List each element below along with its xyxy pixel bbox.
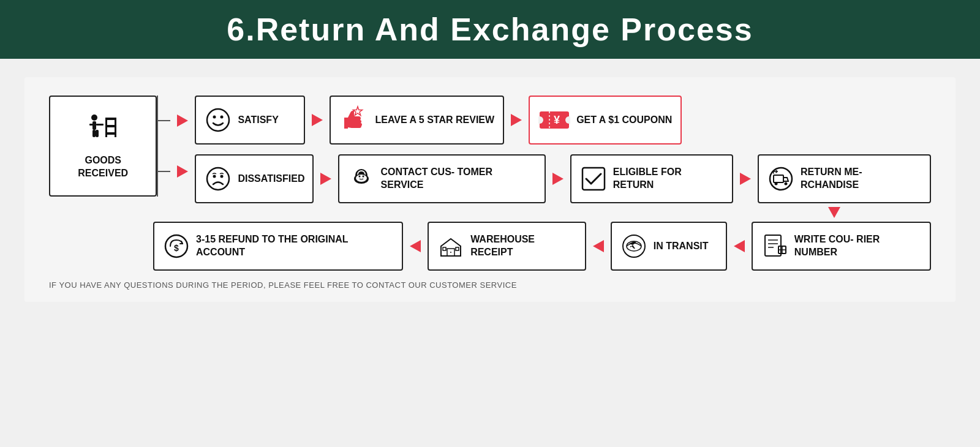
svg-point-21 — [221, 175, 224, 178]
step-eligible: ELIGIBLE FOR RETURN — [570, 154, 733, 203]
step-dissatisfied: DISSATISFIED — [195, 154, 313, 203]
footer-note: IF YOU HAVE ANY QUESTIONS DURING THE PER… — [49, 280, 931, 290]
svg-rect-7 — [92, 130, 96, 137]
refund-icon: $ — [163, 233, 190, 260]
svg-point-33 — [785, 182, 788, 186]
get-coupon-label: GET A $1 COUPONN — [576, 114, 672, 127]
step-courier: WRITE COU- RIER NUMBER — [752, 222, 931, 271]
svg-point-13 — [221, 116, 224, 119]
step-goods-received: GOODS RECEIVED — [49, 96, 157, 197]
svg-rect-6 — [92, 121, 96, 130]
delivery-truck-icon — [767, 165, 794, 192]
svg-point-32 — [775, 182, 778, 186]
checkmark-icon — [580, 165, 607, 192]
goods-received-label: GOODS RECEIVED — [59, 154, 147, 180]
arrow-down-from-return — [828, 203, 840, 222]
svg-point-19 — [207, 168, 229, 190]
customer-service-icon — [348, 165, 375, 192]
svg-point-27 — [358, 176, 360, 178]
svg-rect-38 — [456, 247, 459, 250]
header: 6.Return And Exchange Process — [0, 0, 980, 59]
in-transit-icon — [620, 233, 647, 260]
warehouse-icon — [437, 233, 464, 260]
warehouse-label: WAREHOUSE RECEIPT — [470, 233, 576, 259]
step-get-coupon: ¥ GET A $1 COUPONN — [529, 96, 682, 145]
satisfy-icon — [205, 107, 232, 133]
svg-point-11 — [207, 109, 229, 131]
leave-review-label: LEAVE A 5 STAR REVIEW — [375, 114, 494, 127]
svg-point-26 — [356, 175, 367, 182]
step-satisfy: SATISFY — [195, 96, 305, 145]
step-in-transit: IN TRANSIT — [611, 222, 727, 271]
refund-label: 3-15 REFUND TO THE ORIGINAL ACCOUNT — [196, 233, 393, 259]
arrow-to-satisfy — [170, 115, 195, 127]
svg-point-12 — [213, 116, 216, 119]
svg-point-28 — [362, 176, 364, 178]
thumbs-up-star-icon — [339, 105, 369, 135]
arrow-transit-warehouse — [586, 240, 611, 252]
svg-rect-10 — [96, 124, 104, 126]
step-contact-service: CONTACT CUS- TOMER SERVICE — [338, 154, 546, 203]
coupon-icon: ¥ — [538, 107, 570, 133]
step-return-merchandise: RETURN ME- RCHANDISE — [758, 154, 931, 203]
arrow-contact-eligible — [546, 173, 570, 185]
step-refund: $ 3-15 REFUND TO THE ORIGINAL ACCOUNT — [153, 222, 403, 271]
svg-rect-37 — [443, 247, 446, 250]
svg-point-5 — [91, 115, 97, 121]
svg-rect-31 — [774, 175, 783, 182]
arrow-courier-transit — [727, 240, 752, 252]
svg-rect-4 — [115, 118, 116, 137]
goods-received-icon — [87, 113, 119, 145]
step-leave-review: LEAVE A 5 STAR REVIEW — [330, 96, 504, 145]
svg-point-39 — [450, 252, 451, 253]
svg-rect-9 — [89, 124, 93, 126]
arrow-review-coupon — [504, 114, 529, 126]
page-title: 6.Return And Exchange Process — [0, 11, 980, 48]
main-container: GOODS RECEIVED — [24, 77, 956, 302]
contact-service-label: CONTACT CUS- TOMER SERVICE — [381, 166, 536, 192]
step-warehouse: WAREHOUSE RECEIPT — [428, 222, 586, 271]
arrow-satisfy-review — [305, 114, 330, 126]
arrow-warehouse-refund — [403, 240, 428, 252]
courier-icon — [761, 233, 788, 260]
arrow-dissatisfied-contact — [314, 173, 338, 185]
svg-point-20 — [213, 175, 216, 178]
return-merchandise-label: RETURN ME- RCHANDISE — [801, 166, 921, 192]
dissatisfied-icon — [205, 165, 232, 192]
courier-label: WRITE COU- RIER NUMBER — [794, 233, 921, 259]
in-transit-label: IN TRANSIT — [654, 240, 709, 253]
dissatisfied-label: DISSATISFIED — [238, 173, 304, 186]
arrow-to-dissatisfied — [170, 165, 195, 178]
eligible-label: ELIGIBLE FOR RETURN — [613, 166, 723, 192]
svg-rect-3 — [105, 118, 107, 137]
svg-text:$: $ — [174, 243, 179, 253]
arrow-eligible-return — [733, 173, 758, 185]
satisfy-label: SATISFY — [238, 114, 278, 127]
svg-rect-8 — [96, 130, 99, 137]
flow-diagram: GOODS RECEIVED — [49, 96, 931, 290]
svg-text:¥: ¥ — [554, 114, 560, 126]
